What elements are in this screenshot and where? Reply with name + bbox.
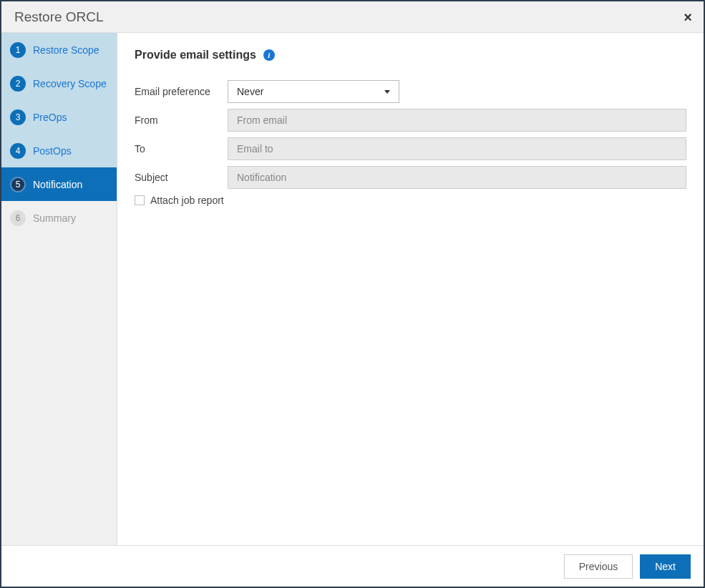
step-summary: 6 Summary (1, 201, 117, 235)
step-label: Summary (33, 212, 76, 224)
label-email-preference: Email preference (135, 86, 228, 97)
dialog-header: Restore ORCL × (1, 1, 704, 33)
label-subject: Subject (135, 172, 228, 183)
step-postops[interactable]: 4 PostOps (1, 134, 117, 167)
step-recovery-scope[interactable]: 2 Recovery Scope (1, 67, 117, 100)
label-from: From (135, 114, 228, 126)
content-header: Provide email settings i (135, 49, 686, 62)
main-content: Provide email settings i Email preferenc… (117, 33, 704, 545)
step-label: Recovery Scope (33, 78, 107, 89)
row-attach-report: Attach job report (135, 195, 686, 206)
step-number: 1 (10, 42, 26, 58)
attach-job-report-label: Attach job report (150, 195, 224, 206)
step-label: PreOps (33, 112, 67, 123)
step-number: 5 (10, 177, 26, 192)
step-label: PostOps (33, 145, 72, 157)
chevron-down-icon (384, 90, 390, 94)
step-restore-scope[interactable]: 1 Restore Scope (1, 33, 117, 67)
step-label: Restore Scope (33, 44, 99, 56)
select-value: Never (237, 86, 263, 97)
row-email-preference: Email preference Never (135, 80, 686, 103)
row-from: From (135, 109, 686, 132)
row-to: To (135, 137, 686, 160)
close-icon[interactable]: × (684, 10, 692, 24)
step-number: 6 (10, 210, 26, 226)
step-number: 4 (10, 143, 26, 159)
subject-input[interactable] (228, 166, 686, 189)
wizard-sidebar: 1 Restore Scope 2 Recovery Scope 3 PreOp… (1, 33, 117, 545)
content-title: Provide email settings (135, 49, 256, 62)
dialog-title: Restore ORCL (14, 9, 104, 25)
from-input[interactable] (228, 109, 686, 132)
dialog-body: 1 Restore Scope 2 Recovery Scope 3 PreOp… (1, 33, 704, 545)
restore-dialog: Restore ORCL × 1 Restore Scope 2 Recover… (0, 0, 705, 588)
email-preference-select-wrap: Never (228, 80, 399, 103)
previous-button[interactable]: Previous (564, 554, 633, 579)
step-notification[interactable]: 5 Notification (1, 167, 117, 201)
next-button[interactable]: Next (640, 554, 691, 579)
step-number: 3 (10, 109, 26, 125)
step-preops[interactable]: 3 PreOps (1, 100, 117, 134)
dialog-footer: Previous Next (1, 545, 704, 587)
email-preference-select[interactable]: Never (228, 80, 399, 103)
step-number: 2 (10, 76, 26, 92)
step-label: Notification (33, 179, 82, 190)
to-input[interactable] (228, 137, 686, 160)
label-to: To (135, 143, 228, 155)
row-subject: Subject (135, 166, 686, 189)
attach-job-report-checkbox[interactable] (135, 195, 145, 205)
info-icon[interactable]: i (263, 49, 275, 61)
